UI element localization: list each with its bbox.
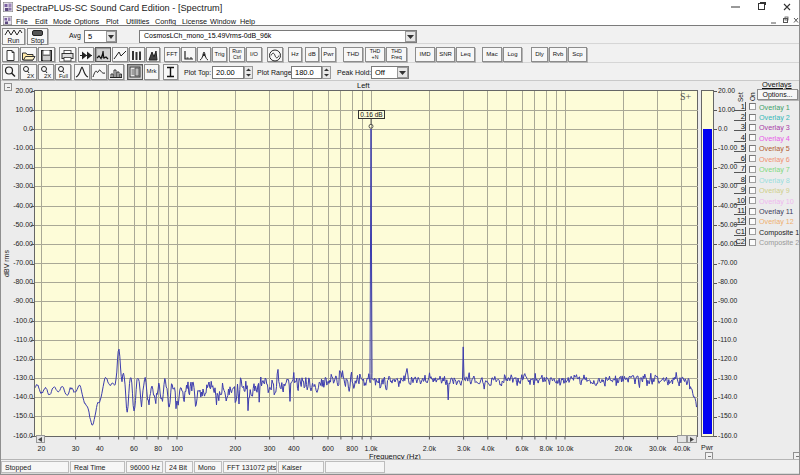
svg-text:2X: 2X [44, 73, 51, 79]
svg-text:Full: Full [59, 73, 68, 79]
svg-text:2X: 2X [27, 73, 34, 79]
